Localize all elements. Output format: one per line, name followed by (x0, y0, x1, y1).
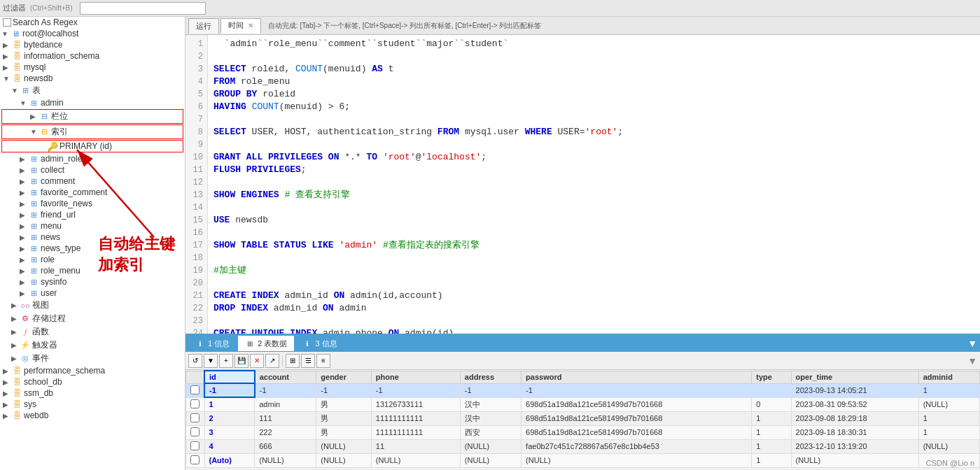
toggle-newsdb[interactable]: ▼ (3, 75, 11, 83)
toggle-bytedance[interactable]: ▶ (3, 41, 11, 49)
col-header-address[interactable]: address (460, 371, 521, 383)
row-checkbox[interactable] (190, 427, 200, 436)
col-header-id[interactable]: id (204, 371, 255, 383)
sidebar-item-news[interactable]: ▶ ⊞ news (0, 232, 185, 243)
toggle-functions[interactable]: ▶ (11, 328, 20, 336)
table-cell[interactable]: 男 (316, 425, 372, 439)
toolbar-row-btn[interactable]: ≡ (316, 354, 330, 368)
table-cell[interactable]: (NULL) (460, 439, 521, 453)
sidebar-item-ssm-db[interactable]: ▶ 🗄 ssm_db (0, 387, 185, 399)
toolbar-export-btn[interactable]: ↗ (265, 354, 279, 368)
table-cell[interactable]: 1 (918, 411, 979, 425)
sidebar-item-fav-comment[interactable]: ▶ ⊞ favorite_comment (0, 187, 185, 198)
table-cell[interactable] (186, 383, 205, 397)
filter-right-icon2[interactable]: ▼ (967, 355, 977, 366)
sidebar-item-collect[interactable]: ▶ ⊞ collect (0, 164, 185, 176)
sidebar-item-school-db[interactable]: ▶ 🗄 school_db (0, 376, 185, 387)
toggle-menu[interactable]: ▶ (20, 222, 28, 230)
toggle-perf-schema[interactable]: ▶ (3, 367, 11, 375)
table-cell[interactable]: 1 (918, 383, 979, 397)
toggle-triggers[interactable]: ▶ (11, 341, 20, 349)
table-cell[interactable]: 698d51a19d8a121ce581499d7b701668 (522, 397, 752, 411)
sidebar-item-sys[interactable]: ▶ 🗄 sys (0, 399, 185, 410)
tab-table-data[interactable]: ⊞ 2 表数据 (238, 336, 294, 351)
table-cell[interactable]: 男 (316, 411, 372, 425)
sidebar-item-friend-url[interactable]: ▶ ⊞ friend_url (0, 209, 185, 220)
sidebar-item-perf-schema[interactable]: ▶ 🗄 performance_schema (0, 365, 185, 376)
table-cell[interactable] (186, 425, 205, 439)
toggle-events[interactable]: ▶ (11, 355, 20, 362)
table-cell[interactable]: 1 (752, 453, 791, 467)
sidebar-item-indexes[interactable]: ▼ ⊟ 索引 (1, 124, 183, 139)
sidebar-item-triggers[interactable]: ▶ ⚡ 触发器 (0, 339, 185, 352)
table-cell[interactable]: 男 (316, 397, 372, 411)
table-cell[interactable] (186, 397, 205, 411)
sidebar-item-events[interactable]: ▶ ◎ 事件 (0, 352, 185, 365)
data-table-container[interactable]: id account gender phone address password… (186, 370, 980, 470)
table-cell[interactable]: (NULL) (460, 453, 521, 467)
toggle-stored-proc[interactable]: ▶ (11, 315, 20, 322)
sidebar-item-information-schema[interactable]: ▶ 🗄 information_schema (0, 50, 185, 62)
table-cell[interactable]: (NULL) (791, 453, 918, 467)
table-cell[interactable]: (Auto) (204, 453, 255, 467)
tab-info3[interactable]: ℹ 3 信息 (295, 336, 344, 351)
table-cell[interactable] (186, 411, 205, 425)
toggle-info-schema[interactable]: ▶ (3, 52, 11, 60)
sidebar-item-user[interactable]: ▶ ⊞ user (0, 287, 185, 299)
sidebar-item-views[interactable]: ▶ ○○ 视图 (0, 299, 185, 312)
table-row[interactable]: 4666(NULL)11(NULL)fae0b27c451c728867a567… (186, 439, 980, 453)
table-cell[interactable]: 西安 (460, 425, 521, 439)
sidebar-item-primary-key[interactable]: 🔑 PRIMARY (id) (1, 140, 183, 152)
table-cell[interactable]: 222 (255, 425, 316, 439)
table-cell[interactable]: 1 (918, 425, 979, 439)
table-row[interactable]: -1-1-1-1-1-12023-09-13 14:05:211 (186, 383, 980, 397)
table-cell[interactable]: 2 (204, 411, 255, 425)
table-cell[interactable]: 2023-08-31 09:53:52 (791, 397, 918, 411)
row-checkbox[interactable] (190, 413, 200, 422)
table-cell[interactable]: (NULL) (371, 453, 460, 467)
tab-info1[interactable]: ℹ 1 信息 (188, 336, 237, 351)
table-cell[interactable]: 11111111111 (371, 411, 460, 425)
toolbar-col-btn[interactable]: ☰ (301, 354, 315, 368)
col-header-adminid[interactable]: adminid (918, 371, 979, 383)
table-cell[interactable]: 11111111111 (371, 425, 460, 439)
toggle-mysql[interactable]: ▶ (3, 64, 11, 71)
sidebar-item-admin[interactable]: ▼ ⊞ admin (0, 97, 185, 108)
toggle-columns[interactable]: ▶ (30, 113, 38, 120)
sidebar-item-tables-group[interactable]: ▼ ⊞ 表 (0, 84, 185, 97)
table-cell[interactable] (186, 439, 205, 453)
table-cell[interactable]: -1 (371, 383, 460, 397)
table-cell[interactable]: (NULL) (522, 453, 752, 467)
toolbar-add-btn[interactable]: + (219, 354, 233, 368)
code-editor[interactable]: 12345 678910 1112131415 1617181920 21222… (186, 35, 980, 334)
filter-right-icon[interactable]: ▼ (967, 338, 977, 349)
table-cell[interactable]: 666 (255, 439, 316, 453)
toggle-collect[interactable]: ▶ (20, 166, 28, 174)
sidebar-item-comment[interactable]: ▶ ⊞ comment (0, 176, 185, 187)
toggle-news[interactable]: ▶ (20, 234, 28, 241)
sidebar-item-news-type[interactable]: ▶ ⊞ news_type (0, 243, 185, 254)
table-cell[interactable]: 2023-12-10 13:19:20 (791, 439, 918, 453)
table-cell[interactable]: (NULL) (316, 439, 372, 453)
toolbar-grid-btn[interactable]: ⊞ (286, 354, 300, 368)
code-content[interactable]: `admin``role_menu``comment``student``maj… (208, 35, 980, 334)
toggle-root[interactable]: ▼ (1, 30, 10, 38)
sidebar-item-root[interactable]: ▼ 🖥 root@localhost (0, 28, 185, 39)
table-cell[interactable]: 1 (752, 425, 791, 439)
toggle-news-type[interactable]: ▶ (20, 245, 28, 252)
col-header-type[interactable]: type (752, 371, 791, 383)
table-cell[interactable]: 111 (255, 411, 316, 425)
toggle-school-db[interactable]: ▶ (3, 378, 11, 386)
table-cell[interactable]: (NULL) (316, 453, 372, 467)
row-checkbox[interactable] (190, 399, 200, 408)
toggle-indexes[interactable]: ▼ (30, 128, 38, 136)
table-cell[interactable]: -1 (460, 383, 521, 397)
toggle-sysinfo[interactable]: ▶ (20, 278, 28, 286)
table-row[interactable]: (Auto)(NULL)(NULL)(NULL)(NULL)(NULL)1(NU… (186, 453, 980, 467)
table-cell[interactable]: (NULL) (255, 453, 316, 467)
toolbar-dropdown-btn[interactable]: ▼ (204, 354, 218, 368)
table-cell[interactable]: fae0b27c451c728867a567e8c1bb4e53 (522, 439, 752, 453)
sidebar-item-mysql[interactable]: ▶ 🗄 mysql (0, 62, 185, 73)
sidebar-item-bytedance[interactable]: ▶ 🗄 bytedance (0, 39, 185, 50)
row-checkbox[interactable] (190, 385, 200, 394)
